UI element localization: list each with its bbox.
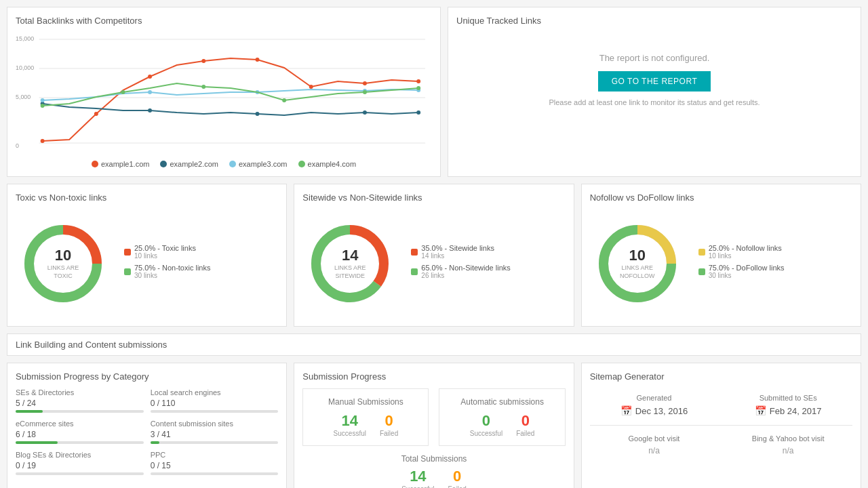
submission-progress-card: Submission Progress Manual Submissions 1… [294,363,574,488]
sub-item-3: Content submission sites 3 / 41 [151,420,279,444]
sitemap-submitted: Submitted to SEs 📅 Feb 24, 2017 [724,388,852,422]
sitemap-title: Sitemap Generator [590,371,852,382]
svg-point-28 [201,85,205,89]
backlinks-title: Total Backlinks with Competitors [16,16,432,26]
tracked-empty-state: The report is not configured. GO TO THE … [456,33,852,135]
svg-point-10 [148,75,152,79]
svg-point-9 [94,112,98,116]
sub-item-0: SEs & Directories 5 / 24 [16,388,144,413]
submission-progress-title: Submission Progress [302,371,565,382]
toxic-title: Toxic vs Non-toxic links [16,192,278,203]
nofollow-donut: 10 LINKS ARE NOFOLLOW [590,216,685,311]
nofollow-donut-container: 10 LINKS ARE NOFOLLOW 25.0% - Nofollow l… [590,209,852,318]
submission-category-card: Submission Progress by Category SEs & Di… [7,363,287,488]
sub-item-5: PPC 0 / 15 [151,451,279,475]
total-submissions: Total Submissions 14 Successful 0 Failed [302,454,565,488]
automatic-submissions-section: Automatic submissions 0 Successful 0 Fai… [439,388,565,446]
svg-point-26 [41,104,45,108]
svg-point-21 [41,98,45,102]
svg-text:5,000: 5,000 [16,94,31,100]
toxic-donut: 10 LINKS ARE TOXIC [16,216,111,311]
toxic-donut-container: 10 LINKS ARE TOXIC 25.0% - Toxic links 1… [16,209,278,318]
svg-point-18 [256,112,260,116]
tracked-footer-text: Please add at least one link to monitor … [470,98,839,106]
backlinks-chart: 15,000 10,000 5,000 0 [16,33,432,155]
svg-text:15,000: 15,000 [16,35,34,42]
toxic-legend: 25.0% - Toxic links 10 links 75.0% - Non… [124,244,211,283]
svg-point-14 [363,81,367,85]
svg-point-17 [148,108,152,113]
svg-text:0: 0 [16,142,19,149]
svg-point-31 [416,86,420,90]
submission-category-title: Submission Progress by Category [16,371,278,382]
svg-point-30 [363,90,367,94]
manual-submissions-section: Manual Submissions 14 Successful 0 Faile… [302,388,429,446]
sitewide-donut-container: 14 LINKS ARE SITEWIDE 35.0% - Sitewide l… [302,209,565,318]
sitewide-title: Sitewide vs Non-Sitewide links [302,192,565,203]
svg-point-12 [256,58,260,62]
sub-item-2: eCommerce sites 6 / 18 [16,420,144,444]
svg-point-22 [148,90,152,94]
calendar-icon-2: 📅 [755,405,766,416]
sub-item-4: Blog SEs & Directories 0 / 19 [16,451,144,475]
legend-item-4: example4.com [298,160,357,168]
svg-text:10,000: 10,000 [16,64,34,71]
sitemap-grid: Generated 📅 Dec 13, 2016 Submitted to SE… [590,388,852,422]
svg-point-19 [363,110,367,115]
svg-point-11 [201,59,205,63]
tracked-empty-message: The report is not configured. [470,53,839,63]
tracked-title: Unique Tracked Links [456,16,852,26]
sitemap-card: Sitemap Generator Generated 📅 Dec 13, 20… [581,363,861,488]
sub-item-1: Local search engines 0 / 110 [151,388,279,413]
sitemap-bot-grid: Google bot visit n/a Bing & Yahoo bot vi… [590,429,852,461]
calendar-icon-1: 📅 [620,405,632,416]
nofollow-card: Nofollow vs DoFollow links 10 LINKS ARE … [581,184,861,327]
legend-item-2: example2.com [160,160,218,168]
svg-point-8 [41,139,45,143]
nofollow-legend: 25.0% - Nofollow links 10 links 75.0% - … [698,244,785,283]
svg-point-29 [282,98,286,102]
submission-progress-grid: Manual Submissions 14 Successful 0 Faile… [302,388,565,446]
google-bot-item: Google bot visit n/a [590,429,719,461]
bing-yahoo-bot-item: Bing & Yahoo bot visit n/a [724,429,852,461]
go-to-report-button[interactable]: GO TO THE REPORT [598,71,711,92]
legend-item-3: example3.com [229,160,288,168]
nofollow-title: Nofollow vs DoFollow links [590,192,852,203]
svg-point-13 [309,85,313,89]
backlinks-legend: example1.com example2.com example3.com e… [16,160,432,168]
svg-point-15 [416,79,420,83]
legend-item-1: example1.com [92,160,150,168]
submission-category-grid: SEs & Directories 5 / 24 Local search en… [16,388,278,475]
toxic-card: Toxic vs Non-toxic links 10 LINKS ARE TO… [7,184,287,327]
sitewide-donut: 14 LINKS ARE SITEWIDE [302,216,397,311]
sitewide-legend: 35.0% - Sitewide links 14 links 65.0% - … [411,244,510,283]
sitemap-generated: Generated 📅 Dec 13, 2016 [590,388,719,422]
svg-point-20 [416,110,420,115]
sitewide-card: Sitewide vs Non-Sitewide links 14 LINKS … [294,184,574,327]
bottom-section-label: Link Building and Content submissions [7,333,861,356]
svg-point-27 [121,90,125,94]
